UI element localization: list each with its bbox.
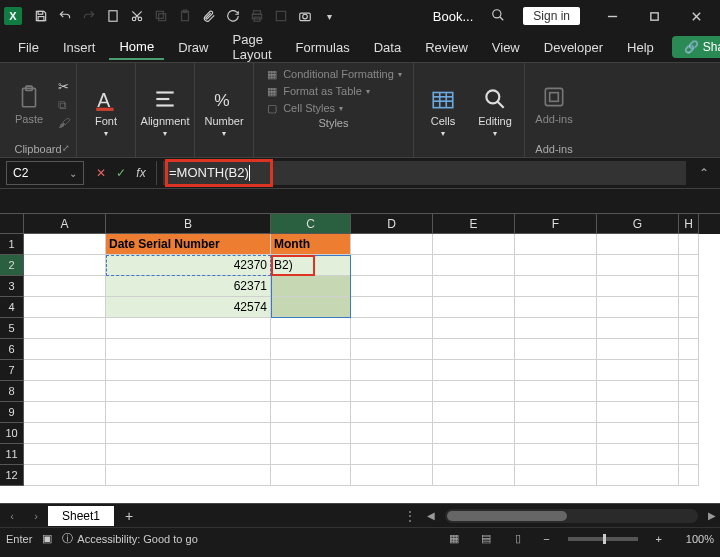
cell-A2[interactable] (24, 255, 106, 276)
cell-G12[interactable] (597, 465, 679, 486)
sheet-nav-next-icon[interactable]: › (24, 510, 48, 522)
share-button[interactable]: 🔗Share (672, 36, 720, 58)
sheet-nav-prev-icon[interactable]: ‹ (0, 510, 24, 522)
zoom-value[interactable]: 100% (676, 533, 714, 545)
cell-F7[interactable] (515, 360, 597, 381)
cell-D2[interactable] (351, 255, 433, 276)
cell-C12[interactable] (271, 465, 351, 486)
cell-C10[interactable] (271, 423, 351, 444)
row-header-10[interactable]: 10 (0, 423, 24, 444)
col-header-A[interactable]: A (24, 214, 106, 234)
cell-E4[interactable] (433, 297, 515, 318)
signin-button[interactable]: Sign in (523, 7, 580, 25)
cell-B7[interactable] (106, 360, 271, 381)
zoom-in-icon[interactable]: + (652, 533, 666, 545)
cell-G11[interactable] (597, 444, 679, 465)
cell-E9[interactable] (433, 402, 515, 423)
cell-E5[interactable] (433, 318, 515, 339)
cell-F1[interactable] (515, 234, 597, 255)
cell-C5[interactable] (271, 318, 351, 339)
cell-C1[interactable]: Month (271, 234, 351, 255)
cell-F11[interactable] (515, 444, 597, 465)
col-header-B[interactable]: B (106, 214, 271, 234)
cell-H11[interactable] (679, 444, 699, 465)
col-header-E[interactable]: E (433, 214, 515, 234)
cell-G8[interactable] (597, 381, 679, 402)
qat-overflow-icon[interactable]: ▾ (318, 4, 340, 28)
cell-C3[interactable] (271, 276, 351, 297)
cell-A8[interactable] (24, 381, 106, 402)
document-name[interactable]: Book... (433, 9, 473, 24)
stats-icon[interactable]: ▣ (42, 532, 52, 545)
cell-E10[interactable] (433, 423, 515, 444)
number-button[interactable]: % Number▾ (201, 85, 247, 138)
cell-F3[interactable] (515, 276, 597, 297)
row-header-12[interactable]: 12 (0, 465, 24, 486)
col-header-F[interactable]: F (515, 214, 597, 234)
cell-B5[interactable] (106, 318, 271, 339)
cell-B3[interactable]: 62371 (106, 276, 271, 297)
save-icon[interactable] (30, 4, 52, 28)
hscroll-thumb[interactable] (447, 511, 567, 521)
close-button[interactable] (676, 0, 716, 32)
cell-C11[interactable] (271, 444, 351, 465)
cell-F5[interactable] (515, 318, 597, 339)
cell-H8[interactable] (679, 381, 699, 402)
app-icon[interactable]: X (4, 7, 22, 25)
col-header-D[interactable]: D (351, 214, 433, 234)
cell-E6[interactable] (433, 339, 515, 360)
cell-B12[interactable] (106, 465, 271, 486)
cell-D6[interactable] (351, 339, 433, 360)
cell-D4[interactable] (351, 297, 433, 318)
cell-E11[interactable] (433, 444, 515, 465)
tab-page-layout[interactable]: Page Layout (223, 28, 282, 66)
cell-D12[interactable] (351, 465, 433, 486)
cell-F12[interactable] (515, 465, 597, 486)
cell-D10[interactable] (351, 423, 433, 444)
cell-G5[interactable] (597, 318, 679, 339)
cell-H6[interactable] (679, 339, 699, 360)
tab-view[interactable]: View (482, 36, 530, 59)
tab-home[interactable]: Home (109, 35, 164, 60)
cell-D1[interactable] (351, 234, 433, 255)
row-header-6[interactable]: 6 (0, 339, 24, 360)
cell-A6[interactable] (24, 339, 106, 360)
row-header-11[interactable]: 11 (0, 444, 24, 465)
cell-H4[interactable] (679, 297, 699, 318)
cell-E1[interactable] (433, 234, 515, 255)
maximize-button[interactable] (634, 0, 674, 32)
cell-F8[interactable] (515, 381, 597, 402)
clipboard-launcher-icon[interactable]: ⤢ (62, 143, 74, 155)
cell-A10[interactable] (24, 423, 106, 444)
col-header-G[interactable]: G (597, 214, 679, 234)
hscroll-right-icon[interactable]: ▶ (704, 510, 720, 521)
cell-B10[interactable] (106, 423, 271, 444)
cell-A9[interactable] (24, 402, 106, 423)
cell-D3[interactable] (351, 276, 433, 297)
search-icon[interactable] (485, 8, 511, 25)
cell-F4[interactable] (515, 297, 597, 318)
cell-F9[interactable] (515, 402, 597, 423)
cut-icon[interactable] (126, 4, 148, 28)
accessibility-status[interactable]: ⓘAccessibility: Good to go (62, 531, 197, 546)
attach-icon[interactable] (198, 4, 220, 28)
cell-E12[interactable] (433, 465, 515, 486)
cell-B1[interactable]: Date Serial Number (106, 234, 271, 255)
col-header-H[interactable]: H (679, 214, 699, 234)
cell-G1[interactable] (597, 234, 679, 255)
cell-B6[interactable] (106, 339, 271, 360)
view-normal-icon[interactable]: ▦ (443, 530, 465, 548)
expand-formula-bar-icon[interactable]: ⌃ (694, 161, 714, 185)
row-header-1[interactable]: 1 (0, 234, 24, 255)
cell-A5[interactable] (24, 318, 106, 339)
cell-G2[interactable] (597, 255, 679, 276)
cell-H2[interactable] (679, 255, 699, 276)
cell-C4[interactable] (271, 297, 351, 318)
cell-E7[interactable] (433, 360, 515, 381)
row-header-4[interactable]: 4 (0, 297, 24, 318)
row-header-8[interactable]: 8 (0, 381, 24, 402)
cell-G10[interactable] (597, 423, 679, 444)
spreadsheet-grid[interactable]: A B C D E F G H 1 2 3 4 5 6 7 8 9 10 11 … (0, 213, 720, 503)
cell-C6[interactable] (271, 339, 351, 360)
cell-C2[interactable]: B2) (271, 255, 351, 276)
